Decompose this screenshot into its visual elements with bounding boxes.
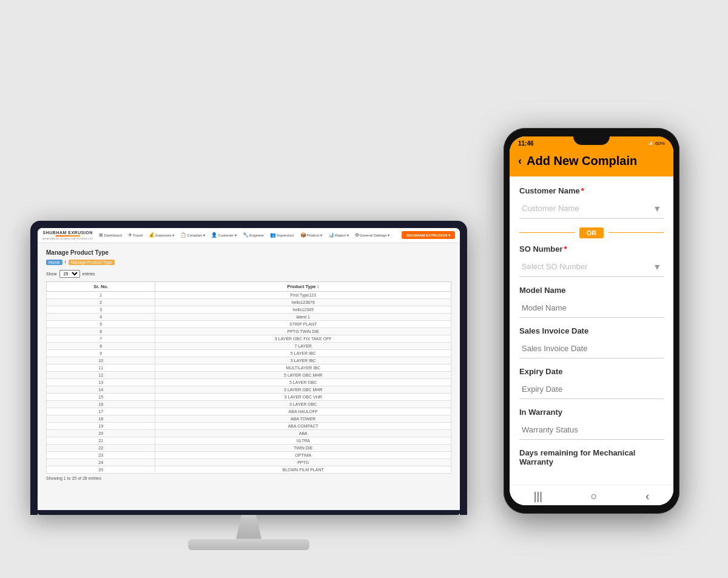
cell-sr: 25 [47,466,155,473]
expiry-date-field: Expiry Date [519,367,664,399]
status-time: 11:46 [518,140,534,147]
report-icon: 📊 [328,232,334,238]
settings-icon: ⚙ [355,232,359,238]
table-row: 17 ABA HAULOFF [47,408,451,415]
phone-status-bar: 11:46 📶 60% [510,136,673,149]
warranty-label: In Warranty [519,408,664,417]
show-entries-select[interactable]: 25 10 50 [59,270,80,278]
table-row: 20 ABA [47,429,451,437]
nav-item-engineer[interactable]: 🔧 Engineer [240,231,266,239]
breadcrumb-current[interactable]: Manage Product Type [69,260,115,265]
nav-item-label: Complain ▾ [187,233,205,237]
nav-item-label: General Settings ▾ [360,233,389,237]
table-row: 22 TWIN DIE [47,444,451,451]
nav-item-label: Supervisor [277,234,294,237]
phone-form-body: Customer Name * Customer Name ▼ [510,176,673,485]
nav-item-supervisor[interactable]: 👥 Supervisor [268,231,297,239]
cell-type: 5 LAYER OBC MHR [155,371,451,378]
or-badge: OR [579,227,604,238]
table-row: 7 3 LAYER OBC FIX TAKE OFF [47,335,451,342]
nav-item-product[interactable]: 📦 Product ▾ [298,231,325,239]
nav-item-customer[interactable]: 👤 Customer ▾ [209,231,239,239]
customer-name-label: Customer Name * [519,186,664,195]
logo-sub: AN ADVANCED BLOWN FILM TECHNOLOGY [42,237,93,240]
cell-type: latest 1 [155,313,451,320]
stand-base [188,539,309,550]
cell-type: BLOWN FILM PLANT [155,466,451,473]
monitor-bottom-bar [38,510,460,515]
cell-type: ULTRA [155,437,451,444]
cell-sr: 1 [47,291,155,298]
logo-bar [56,235,80,237]
expiry-date-label: Expiry Date [519,367,664,376]
cell-sr: 10 [47,357,155,364]
table-row: 6 PPTG TWIN DIE [47,328,451,335]
col-sr: Sr. No. [47,281,155,291]
nav-item-report[interactable]: 📊 Report ▾ [326,231,351,239]
cell-type: 3 LAYER OBC VHR [155,393,451,400]
cell-type: OPTIMA [155,451,451,459]
dashboard-icon: ⊞ [99,232,103,238]
cell-type: 3 LAYER OBC MHR [155,386,451,393]
cell-sr: 3 [47,306,155,313]
customer-name-select[interactable]: Customer Name [519,199,664,219]
cell-sr: 22 [47,444,155,451]
required-marker: * [581,186,584,195]
cell-sr: 20 [47,429,155,437]
cell-type: ABA [155,429,451,437]
nav-item-settings[interactable]: ⚙ General Settings ▾ [352,231,392,239]
table-footer: Showing 1 to 25 of 28 entries [46,476,451,480]
nav-item-complain[interactable]: 📋 Complain ▾ [178,231,207,239]
cell-sr: 24 [47,459,155,466]
sales-invoice-field: Sales Invoice Date [519,326,664,358]
cell-sr: 5 [47,320,155,328]
cell-sr: 19 [47,422,155,429]
nav-item-label: Product ▾ [307,233,322,237]
table-row: 3 hello12345 [47,306,451,313]
phone: 11:46 📶 60% ‹ Add New Complain [504,128,679,514]
model-name-input[interactable] [519,298,664,318]
nav-item-dashboard[interactable]: ⊞ Dashboard [96,231,124,239]
so-number-select[interactable]: Select SO Number [519,257,664,277]
col-type[interactable]: Product Type ↕ [155,281,451,291]
table-row: 8 7 LAYER [47,342,451,349]
breadcrumb-home[interactable]: Home [46,260,62,265]
table-row: 21 ULTRA [47,437,451,444]
days-remaining-label: Days remaining for Mechanical Warranty [519,448,664,466]
travel-icon: ✈ [128,232,132,238]
cell-sr: 4 [47,313,155,320]
product-type-table: Sr. No. Product Type ↕ 1 First Type123 2… [46,281,451,474]
phone-bottom-nav: ||| ○ ‹ [510,485,673,505]
warranty-status-input[interactable] [519,420,664,440]
expenses-icon: 💰 [149,232,155,238]
breadcrumb-separator: / [65,260,66,265]
sales-invoice-input[interactable] [519,339,664,358]
expiry-date-input[interactable] [519,380,664,399]
back-button[interactable]: ‹ [518,155,522,167]
engineer-icon: 🔧 [243,232,249,238]
so-required-marker: * [564,244,567,254]
cell-sr: 21 [47,437,155,444]
complain-icon: 📋 [180,232,186,238]
monitor-stand [30,515,467,550]
desktop-content: Manage Product Type Home / Manage Produc… [38,243,460,510]
cell-type: 5 LAYER OBC [155,378,451,386]
user-button[interactable]: SHUBHAM EXTRUSION ▾ [402,231,455,239]
table-row: 15 3 LAYER OBC VHR [47,393,451,400]
table-row: 5 STRIP PLANT [47,320,451,328]
cell-type: 3 LAYER OBC [155,400,451,408]
cell-sr: 11 [47,364,155,371]
nav-item-travel[interactable]: ✈ Travel [126,231,145,239]
or-line-right [608,232,664,233]
cell-sr: 6 [47,328,155,335]
signal-icon: 📶 [647,141,653,146]
table-row: 25 BLOWN FILM PLANT [47,466,451,473]
cell-sr: 14 [47,386,155,393]
nav-back-icon[interactable]: ‹ [645,490,649,503]
nav-item-expenses[interactable]: 💰 Expenses ▾ [146,231,177,239]
show-label: Show [46,272,57,276]
desktop-navbar: SHUBHAM EXRUSION AN ADVANCED BLOWN FILM … [38,228,460,243]
cell-type: PPTG TWIN DIE [155,328,451,335]
nav-home-icon[interactable]: ○ [591,490,598,503]
nav-recents-icon[interactable]: ||| [534,490,542,503]
